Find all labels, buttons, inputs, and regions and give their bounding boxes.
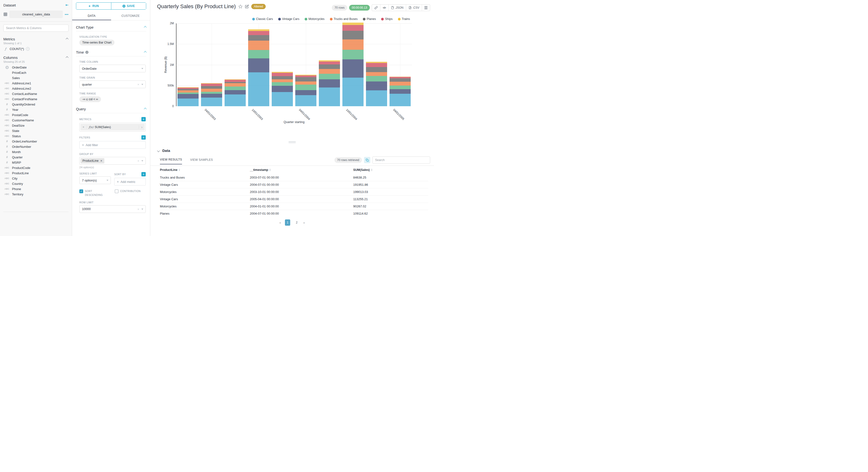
- column-item[interactable]: ABCContactFirstName: [0, 96, 72, 102]
- menu-icon[interactable]: [422, 5, 430, 11]
- column-item[interactable]: #OrderLineNumber: [0, 139, 72, 144]
- altered-badge[interactable]: Altered: [251, 4, 266, 9]
- column-item[interactable]: #Month: [0, 149, 72, 155]
- add-sort-metric-dropzone[interactable]: +Add metric: [114, 178, 146, 186]
- legend-item[interactable]: Motorcycles: [305, 17, 324, 21]
- legend-item[interactable]: Trains: [398, 17, 410, 21]
- tab-customize[interactable]: CUSTOMIZE: [111, 12, 150, 20]
- column-item[interactable]: OrderDate: [0, 65, 72, 70]
- table-column-header[interactable]: SUM(Sales): [353, 168, 428, 171]
- save-button[interactable]: SAVE: [111, 3, 146, 9]
- chevron-up-icon[interactable]: [66, 38, 68, 40]
- row-limit-select[interactable]: 10000 ×: [79, 205, 146, 213]
- column-item[interactable]: ABCProductCode: [0, 165, 72, 170]
- dataset-options-icon[interactable]: •••: [65, 13, 68, 16]
- remove-metric-icon[interactable]: ×: [80, 125, 87, 129]
- column-item[interactable]: ABCStatus: [0, 133, 72, 139]
- column-item[interactable]: ABCState: [0, 128, 72, 133]
- column-item[interactable]: ABCDealSize: [0, 123, 72, 128]
- tab-data[interactable]: DATA: [72, 12, 111, 20]
- tab-view-results[interactable]: VIEW RESULTS: [160, 158, 182, 164]
- search-metrics-columns-input[interactable]: [3, 25, 68, 32]
- copy-data-button[interactable]: [364, 157, 370, 163]
- column-name: Country: [12, 182, 23, 186]
- export-csv-button[interactable]: .CSV: [406, 5, 422, 11]
- export-json-button[interactable]: .JSON: [388, 5, 406, 11]
- chevron-up-icon: [144, 108, 147, 110]
- add-filter-dropzone[interactable]: +Add filter: [79, 141, 146, 149]
- table-cell: Planes: [160, 212, 250, 215]
- clear-icon[interactable]: ×: [137, 207, 139, 211]
- metric-pill[interactable]: × ƒ(x) SUM(Sales) ›: [80, 124, 145, 130]
- metric-item[interactable]: ƒ COUNT(*) ?: [0, 46, 72, 52]
- bar-segment: [248, 35, 269, 40]
- sort-descending-checkbox[interactable]: ✓ SORT DESCENDING: [79, 189, 111, 197]
- remove-icon[interactable]: ✕: [100, 159, 102, 162]
- legend-item[interactable]: Vintage Cars: [278, 17, 299, 21]
- visualization-type-pill[interactable]: Time-series Bar Chart: [79, 40, 115, 45]
- section-query[interactable]: Query: [76, 102, 146, 113]
- dataset-name[interactable]: cleaned_sales_data: [9, 10, 63, 18]
- legend-item[interactable]: Planes: [363, 17, 376, 21]
- column-item[interactable]: Sales: [0, 75, 72, 81]
- column-item[interactable]: #QuantityOrdered: [0, 102, 72, 107]
- resize-handle[interactable]: [288, 141, 296, 143]
- column-item[interactable]: ABCAddressLine1: [0, 81, 72, 86]
- column-item[interactable]: ABCCountry: [0, 181, 72, 186]
- bar-segment: [319, 74, 340, 79]
- bar-segment: [342, 31, 364, 39]
- section-time[interactable]: Time i: [76, 45, 146, 57]
- tab-view-samples[interactable]: VIEW SAMPLES: [190, 158, 213, 164]
- group-by-pill[interactable]: ProductLine✕: [81, 158, 104, 163]
- clear-icon[interactable]: ×: [137, 159, 139, 163]
- table-cell: 84638.25: [353, 176, 428, 179]
- column-item[interactable]: #MSRP: [0, 160, 72, 165]
- section-chart-type[interactable]: Chart Type: [76, 21, 146, 31]
- column-item[interactable]: #Quarter: [0, 155, 72, 160]
- legend-item[interactable]: Ships: [381, 17, 393, 21]
- column-item[interactable]: ABCCity: [0, 176, 72, 181]
- column-item[interactable]: ABCContactLastName: [0, 91, 72, 96]
- results-header[interactable]: Data: [150, 147, 434, 153]
- time-grain-select[interactable]: quarter ×: [79, 81, 146, 88]
- copy-link-button[interactable]: [372, 5, 380, 11]
- column-item[interactable]: #OrderNumber: [0, 144, 72, 149]
- column-item[interactable]: ABCCustomerName: [0, 118, 72, 123]
- column-item[interactable]: ABCPhone: [0, 186, 72, 192]
- column-item[interactable]: ABCTerritory: [0, 192, 72, 197]
- star-icon[interactable]: [238, 4, 243, 9]
- add-metric-button[interactable]: +: [142, 117, 146, 121]
- column-item[interactable]: ABCAddressLine2: [0, 86, 72, 91]
- clear-icon[interactable]: ×: [137, 83, 139, 86]
- collapse-panel-icon[interactable]: ⇤: [65, 3, 68, 7]
- chevron-up-icon[interactable]: [66, 56, 68, 59]
- time-column-select[interactable]: OrderDate: [79, 65, 146, 72]
- contribution-checkbox[interactable]: CONTRIBUTION: [115, 189, 146, 197]
- page-button-2[interactable]: 2: [294, 221, 299, 224]
- chart-controls-panel: RUN SAVE DATA CUSTOMIZE Chart Type VISUA…: [72, 0, 150, 236]
- next-page-button[interactable]: »: [303, 221, 305, 224]
- add-sort-metric-button[interactable]: +: [142, 172, 146, 177]
- edit-icon[interactable]: [245, 5, 249, 8]
- results-search-input[interactable]: [372, 156, 430, 164]
- prev-page-button[interactable]: «: [279, 221, 281, 224]
- time-range-label: TIME RANGE: [79, 92, 96, 95]
- column-item[interactable]: ABCProductLine: [0, 170, 72, 176]
- legend-item[interactable]: Classic Cars: [252, 17, 273, 21]
- legend-item[interactable]: Trucks and Buses: [330, 17, 358, 21]
- run-button[interactable]: RUN: [76, 3, 111, 9]
- column-item[interactable]: ABCPostalCode: [0, 112, 72, 118]
- column-item[interactable]: PriceEach: [0, 70, 72, 75]
- series-limit-select[interactable]: 7 option(s): [79, 177, 111, 184]
- page-button-1[interactable]: 1: [285, 219, 290, 226]
- add-filter-button[interactable]: +: [142, 135, 146, 139]
- table-column-header[interactable]: ProductLine: [160, 168, 250, 171]
- embed-code-button[interactable]: </>: [380, 5, 388, 11]
- text-type-icon: ABC: [3, 188, 10, 190]
- group-by-select[interactable]: ProductLine✕ ×: [79, 157, 146, 165]
- time-range-pill[interactable]: -∞ ≤ col < ∞: [79, 96, 101, 102]
- column-item[interactable]: #Year: [0, 107, 72, 112]
- chevron-down-icon: [142, 209, 143, 210]
- table-column-header[interactable]: __timestamp: [250, 168, 353, 171]
- expand-metric-icon[interactable]: ›: [139, 125, 145, 129]
